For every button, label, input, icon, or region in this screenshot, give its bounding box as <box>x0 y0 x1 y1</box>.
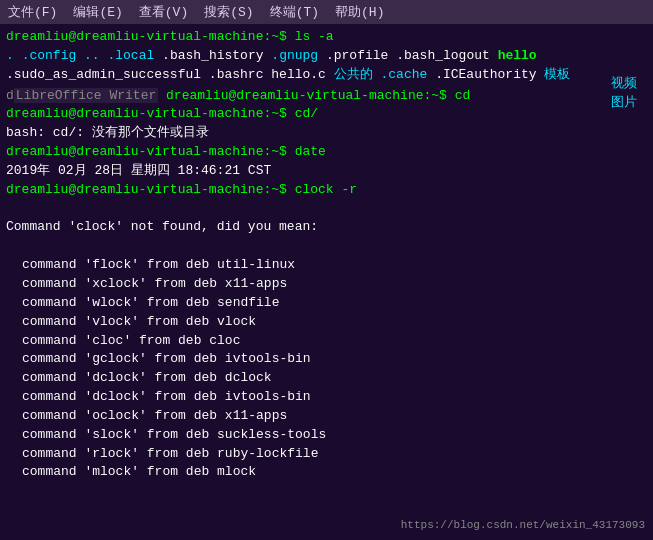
ls-item: .bashrc <box>209 66 264 85</box>
clock-suggestion-item: command 'slock' from deb suckless-tools <box>6 426 647 445</box>
date-output-line: 2019年 02月 28日 星期四 18:46:21 CST <box>6 162 647 181</box>
clock-suggestion-item: command 'wlock' from deb sendfile <box>6 294 647 313</box>
clock-error: Command 'clock' not found, did you mean: <box>6 219 318 234</box>
ls-item: .bash_logout <box>396 47 490 66</box>
libreoffice-tag: LibreOffice Writer <box>14 88 158 103</box>
cd-slash-line: dreamliu@dreamliu-virtual-machine:~$ cd/ <box>6 105 647 124</box>
clock-suggestion-item: command 'rlock' from deb ruby-lockfile <box>6 445 647 464</box>
libreoffice-note: d <box>6 88 14 103</box>
ls-item: .config <box>22 47 77 66</box>
blank-line-2 <box>6 237 647 256</box>
clock-suggestion-item: command 'xclock' from deb x11-apps <box>6 275 647 294</box>
clock-prompt: dreamliu@dreamliu-virtual-machine:~$ clo… <box>6 182 357 197</box>
ls-item: 公共的 <box>334 66 373 85</box>
clock-command-line: dreamliu@dreamliu-virtual-machine:~$ clo… <box>6 181 647 200</box>
ls-item: 图片 <box>611 94 637 113</box>
cd-error: bash: cd/: 没有那个文件或目录 <box>6 125 209 140</box>
date-command-line: dreamliu@dreamliu-virtual-machine:~$ dat… <box>6 143 647 162</box>
clock-suggestions: command 'flock' from deb util-linuxcomma… <box>6 256 647 482</box>
ls-item: .. <box>84 47 100 66</box>
clock-error-line: Command 'clock' not found, did you mean: <box>6 218 647 237</box>
cd-slash-prompt: dreamliu@dreamliu-virtual-machine:~$ cd/ <box>6 106 318 121</box>
clock-suggestion-item: command 'gclock' from deb ivtools-bin <box>6 350 647 369</box>
ls-command-line: dreamliu@dreamliu-virtual-machine:~$ ls … <box>6 28 647 47</box>
libreoffice-line: dLibreOffice Writer dreamliu@dreamliu-vi… <box>6 87 647 106</box>
blank-line <box>6 200 647 219</box>
ls-item: .ICEauthority <box>435 66 536 85</box>
clock-suggestion-item: command 'flock' from deb util-linux <box>6 256 647 275</box>
clock-suggestion-item: command 'dclock' from deb ivtools-bin <box>6 388 647 407</box>
titlebar: 文件(F) 编辑(E) 查看(V) 搜索(S) 终端(T) 帮助(H) <box>0 0 653 24</box>
menu-file[interactable]: 文件(F) <box>8 3 57 21</box>
ls-item: .profile <box>326 47 388 66</box>
ls-prompt: dreamliu@dreamliu-virtual-machine:~$ ls … <box>6 28 334 47</box>
ls-output: . .config 视频 .. .local 图片 .bash_history … <box>6 47 647 85</box>
ls-item: .bash_history <box>162 47 263 66</box>
clock-suggestion-item: command 'vlock' from deb vlock <box>6 313 647 332</box>
clock-suggestion-item: command 'mlock' from deb mlock <box>6 463 647 482</box>
ls-item: 模板 <box>544 66 570 85</box>
clock-suggestion-item: command 'dclock' from deb dclock <box>6 369 647 388</box>
menu-search[interactable]: 搜索(S) <box>204 3 253 21</box>
ls-item: hello <box>498 47 537 66</box>
terminal-body[interactable]: dreamliu@dreamliu-virtual-machine:~$ ls … <box>0 24 653 540</box>
ls-item: hello.c <box>271 66 326 85</box>
ls-item: .sudo_as_admin_successful <box>6 66 201 85</box>
date-prompt: dreamliu@dreamliu-virtual-machine:~$ dat… <box>6 144 326 159</box>
menu-help[interactable]: 帮助(H) <box>335 3 384 21</box>
ls-item: 视频 <box>611 75 637 94</box>
ls-item: .gnupg <box>271 47 318 66</box>
menu-view[interactable]: 查看(V) <box>139 3 188 21</box>
ls-item: . <box>6 47 14 66</box>
menu-edit[interactable]: 编辑(E) <box>73 3 122 21</box>
date-output: 2019年 02月 28日 星期四 18:46:21 CST <box>6 163 271 178</box>
clock-suggestion-item: command 'oclock' from deb x11-apps <box>6 407 647 426</box>
cd-error-line: bash: cd/: 没有那个文件或目录 <box>6 124 647 143</box>
cd-prompt-inline: dreamliu@dreamliu-virtual-machine:~$ cd <box>158 88 470 103</box>
ls-item: .local <box>107 47 154 66</box>
menu-terminal[interactable]: 终端(T) <box>270 3 319 21</box>
ls-item: .cache <box>381 66 428 85</box>
watermark: https://blog.csdn.net/weixin_43173093 <box>401 518 645 534</box>
clock-suggestion-item: command 'cloc' from deb cloc <box>6 332 647 351</box>
